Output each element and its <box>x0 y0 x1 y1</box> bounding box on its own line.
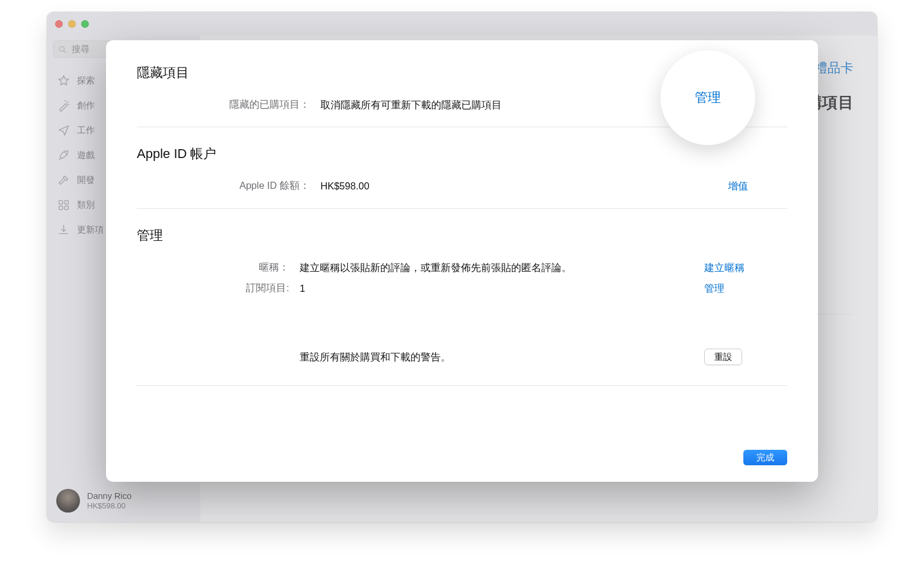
giftcard-link[interactable]: 禮品卡 <box>814 59 854 77</box>
section-title-manage: 管理 <box>137 227 787 244</box>
row-label: 訂閱項目: <box>137 282 300 295</box>
sidebar-item-label: 遊戲 <box>77 150 95 161</box>
wand-icon <box>57 99 70 112</box>
row-value: HK$598.00 <box>320 179 728 192</box>
sidebar-item-label: 類別 <box>77 199 95 211</box>
sidebar-profile[interactable]: Danny Rico HK$598.00 <box>53 479 191 522</box>
svg-point-0 <box>60 46 65 51</box>
sidebar-item-label: 探索 <box>77 75 95 86</box>
search-placeholder: 搜尋 <box>72 44 89 55</box>
create-nickname-link[interactable]: 建立暱稱 <box>704 262 745 273</box>
grid-icon <box>57 199 70 211</box>
svg-rect-3 <box>65 200 68 204</box>
rocket-icon <box>57 149 70 162</box>
svg-rect-5 <box>65 206 68 210</box>
download-icon <box>57 224 70 236</box>
traffic-light-close[interactable] <box>55 20 63 28</box>
svg-line-1 <box>64 50 66 52</box>
sidebar-item-label: 工作 <box>77 125 95 136</box>
profile-balance: HK$598.00 <box>87 501 131 511</box>
row-nickname: 暱稱： 建立暱稱以張貼新的評論，或重新發佈先前張貼的匿名評論。 建立暱稱 <box>137 261 787 275</box>
reset-warnings-text: 重設所有關於購買和下載的警告。 <box>300 350 704 363</box>
add-funds-link[interactable]: 增值 <box>728 181 748 192</box>
svg-rect-2 <box>59 200 63 204</box>
reset-button[interactable]: 重設 <box>704 349 742 365</box>
hammer-icon <box>57 174 70 186</box>
row-subscriptions: 訂閱項目: 1 管理 <box>137 282 787 295</box>
row-reset-warnings: 重設所有關於購買和下載的警告。 重設 <box>137 349 787 365</box>
manage-subscriptions-link[interactable]: 管理 <box>704 283 724 294</box>
section-title-account: Apple ID 帳户 <box>137 145 787 163</box>
modal-footer: 完成 <box>137 447 787 465</box>
row-label: 暱稱： <box>137 261 300 274</box>
row-value: 建立暱稱以張貼新的評論，或重新發佈先前張貼的匿名評論。 <box>300 261 704 274</box>
row-apple-id-balance: Apple ID 餘額： HK$598.00 增值 <box>137 179 787 193</box>
paperplane-icon <box>57 124 70 137</box>
sidebar-item-label: 開發 <box>77 175 95 186</box>
divider <box>137 385 787 386</box>
search-icon <box>58 45 67 54</box>
highlight-circle: 管理 <box>660 50 755 145</box>
row-label: 隱藏的已購項目： <box>137 98 320 111</box>
done-button[interactable]: 完成 <box>743 450 787 465</box>
row-value: 1 <box>300 282 704 295</box>
sidebar-item-label: 創作 <box>77 100 95 111</box>
avatar <box>56 489 80 513</box>
divider <box>137 208 787 209</box>
traffic-light-minimize[interactable] <box>68 20 76 28</box>
sidebar-item-label: 更新項 <box>77 224 104 236</box>
star-icon <box>57 75 70 87</box>
window-titlebar <box>47 12 877 36</box>
profile-name: Danny Rico <box>87 491 131 501</box>
traffic-light-zoom[interactable] <box>81 20 89 28</box>
row-label: Apple ID 餘額： <box>137 179 320 192</box>
svg-rect-4 <box>59 206 63 210</box>
manage-hidden-link[interactable]: 管理 <box>695 89 721 107</box>
